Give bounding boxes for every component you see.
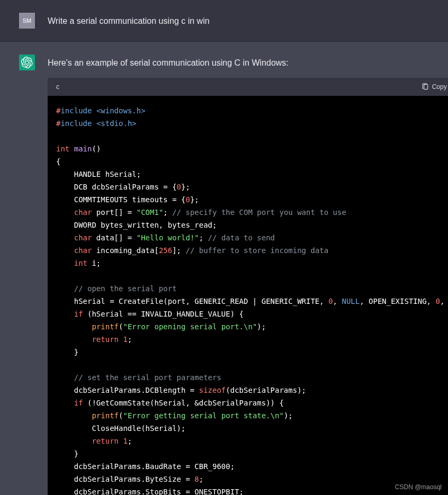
copy-code-label: Copy code xyxy=(432,82,448,92)
code-content[interactable]: #include <windows.h> #include <stdio.h> … xyxy=(48,96,448,495)
code-language-label: c xyxy=(56,82,59,92)
assistant-intro-text: Here's an example of serial communicatio… xyxy=(48,57,448,69)
assistant-avatar xyxy=(19,55,35,70)
assistant-message-row: Here's an example of serial communicatio… xyxy=(0,42,448,495)
watermark-text: CSDN @maosql xyxy=(395,483,442,491)
code-header: c Copy code xyxy=(48,78,448,96)
user-message-row: SM Write a serial communication using c … xyxy=(0,0,448,42)
openai-logo-icon xyxy=(21,57,33,68)
code-block: c Copy code #include <windows.h> #includ… xyxy=(48,78,448,495)
clipboard-icon xyxy=(422,83,429,91)
user-message-text: Write a serial communication using c in … xyxy=(48,13,429,29)
user-avatar: SM xyxy=(19,13,35,29)
copy-code-button[interactable]: Copy code xyxy=(422,82,448,92)
assistant-content: Here's an example of serial communicatio… xyxy=(48,55,448,495)
svg-rect-0 xyxy=(424,84,427,89)
